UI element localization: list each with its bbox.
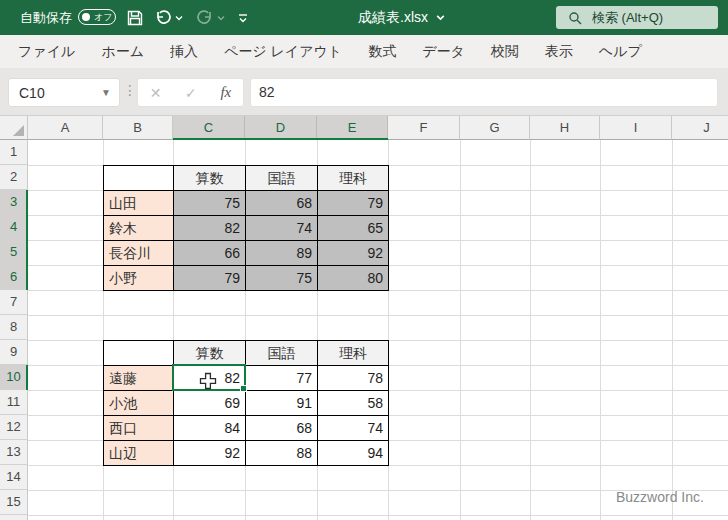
cell-D6[interactable]: 75 <box>245 265 318 291</box>
cell-C9[interactable]: 算数 <box>173 340 246 366</box>
column-header-j[interactable]: J <box>672 116 728 140</box>
document-title-button[interactable]: 成績表.xlsx <box>358 0 446 35</box>
formula-input[interactable]: 82 <box>250 78 718 107</box>
cell-B5[interactable]: 長谷川 <box>103 240 174 266</box>
cell-D3[interactable]: 68 <box>245 190 318 216</box>
gridline-vertical <box>600 140 601 520</box>
cell-B3[interactable]: 山田 <box>103 190 174 216</box>
cell-E6[interactable]: 80 <box>317 265 389 291</box>
tab-home[interactable]: ホーム <box>88 35 157 68</box>
cell-E13[interactable]: 94 <box>317 440 389 466</box>
cell-C6[interactable]: 79 <box>173 265 246 291</box>
row-header-12[interactable]: 12 <box>0 415 28 440</box>
row-header-10[interactable]: 10 <box>0 365 28 390</box>
undo-button[interactable] <box>152 7 174 29</box>
row-header-4[interactable]: 4 <box>0 215 28 240</box>
cell-E11[interactable]: 58 <box>317 390 389 416</box>
cell-D12[interactable]: 68 <box>245 415 318 441</box>
column-header-c[interactable]: C <box>173 116 245 140</box>
row-selection-bar-3 <box>26 190 28 215</box>
autosave-toggle[interactable]: オフ <box>78 9 116 25</box>
cell-C5[interactable]: 66 <box>173 240 246 266</box>
undo-dropdown-icon[interactable] <box>174 13 184 23</box>
cell-D4[interactable]: 74 <box>245 215 318 241</box>
cell-C12[interactable]: 84 <box>173 415 246 441</box>
cell-B12[interactable]: 西口 <box>103 415 174 441</box>
row-header-5[interactable]: 5 <box>0 240 28 265</box>
tab-help[interactable]: ヘルプ <box>586 35 655 68</box>
cell-E2[interactable]: 理科 <box>317 165 389 191</box>
column-header-b[interactable]: B <box>103 116 173 140</box>
cell-E3[interactable]: 79 <box>317 190 389 216</box>
redo-button[interactable] <box>194 7 216 29</box>
column-header-g[interactable]: G <box>460 116 530 140</box>
column-header-d[interactable]: D <box>245 116 317 140</box>
select-all-button[interactable] <box>0 116 28 140</box>
cell-B10[interactable]: 遠藤 <box>103 365 174 391</box>
tab-formulas[interactable]: 数式 <box>355 35 409 68</box>
row-header-1[interactable]: 1 <box>0 140 28 165</box>
fill-handle[interactable] <box>240 385 247 392</box>
cell-B4[interactable]: 鈴木 <box>103 215 174 241</box>
customize-quick-access-toolbar-button[interactable] <box>232 7 254 29</box>
gridline-horizontal <box>28 315 728 316</box>
filename: 成績表.xlsx <box>358 9 428 27</box>
column-header-h[interactable]: H <box>530 116 600 140</box>
row-header-6[interactable]: 6 <box>0 265 28 290</box>
enter-icon[interactable]: ✓ <box>185 85 197 101</box>
name-box-dropdown-icon[interactable]: ▼ <box>101 87 119 98</box>
cell-D11[interactable]: 91 <box>245 390 318 416</box>
row-header-11[interactable]: 11 <box>0 390 28 415</box>
formula-bar-splitter[interactable]: ⋮ <box>123 82 137 98</box>
cell-D10[interactable]: 77 <box>245 365 318 391</box>
row-header-7[interactable]: 7 <box>0 290 28 315</box>
cell-B11[interactable]: 小池 <box>103 390 174 416</box>
tab-data[interactable]: データ <box>409 35 478 68</box>
search-box[interactable]: 検索 (Alt+Q) <box>556 6 718 29</box>
cell-C13[interactable]: 92 <box>173 440 246 466</box>
cell-D13[interactable]: 88 <box>245 440 318 466</box>
cell-E5[interactable]: 92 <box>317 240 389 266</box>
cell-B2[interactable] <box>103 165 174 191</box>
row-header-3[interactable]: 3 <box>0 190 28 215</box>
tab-file[interactable]: ファイル <box>5 35 88 68</box>
cell-E9[interactable]: 理科 <box>317 340 389 366</box>
tab-review[interactable]: 校閲 <box>478 35 532 68</box>
redo-dropdown-icon[interactable] <box>216 13 226 23</box>
gridline-vertical <box>530 140 531 520</box>
cell-D9[interactable]: 国語 <box>245 340 318 366</box>
cell-B9[interactable] <box>103 340 174 366</box>
cell-E12[interactable]: 74 <box>317 415 389 441</box>
column-header-e[interactable]: E <box>317 116 388 140</box>
row-header-13[interactable]: 13 <box>0 440 28 465</box>
row-header-8[interactable]: 8 <box>0 315 28 340</box>
tab-insert[interactable]: 挿入 <box>157 35 211 68</box>
cell-C2[interactable]: 算数 <box>173 165 246 191</box>
cell-C4[interactable]: 82 <box>173 215 246 241</box>
row-header-14[interactable]: 14 <box>0 465 28 490</box>
column-header-a[interactable]: A <box>28 116 103 140</box>
cell-E10[interactable]: 78 <box>317 365 389 391</box>
row-header-2[interactable]: 2 <box>0 165 28 190</box>
tab-page-layout[interactable]: ページ レイアウト <box>211 35 355 68</box>
save-button[interactable] <box>124 7 146 29</box>
column-header-f[interactable]: F <box>388 116 460 140</box>
cell-C3[interactable]: 75 <box>173 190 246 216</box>
insert-function-icon[interactable]: fx <box>220 84 231 101</box>
row-header-16[interactable]: 16 <box>0 515 28 520</box>
cancel-icon[interactable]: ✕ <box>150 85 162 101</box>
cell-D2[interactable]: 国語 <box>245 165 318 191</box>
row-selection-bar-4 <box>26 215 28 240</box>
name-box[interactable]: C10 ▼ <box>8 78 120 107</box>
sheet-cells[interactable]: Buzzword Inc. ABCDEFGHIJ1234567891011121… <box>0 116 728 520</box>
cell-D5[interactable]: 89 <box>245 240 318 266</box>
row-header-9[interactable]: 9 <box>0 340 28 365</box>
cell-C11[interactable]: 69 <box>173 390 246 416</box>
row-header-15[interactable]: 15 <box>0 490 28 515</box>
column-header-i[interactable]: I <box>600 116 672 140</box>
cell-E4[interactable]: 65 <box>317 215 389 241</box>
name-box-value: C10 <box>9 85 101 101</box>
cell-B6[interactable]: 小野 <box>103 265 174 291</box>
tab-view[interactable]: 表示 <box>532 35 586 68</box>
cell-B13[interactable]: 山辺 <box>103 440 174 466</box>
